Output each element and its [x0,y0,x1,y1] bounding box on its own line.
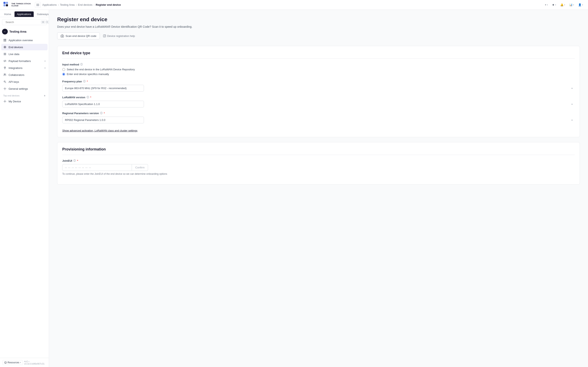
joineui-input[interactable] [62,164,132,171]
add-button[interactable]: + ▾ [543,2,550,7]
tab-applications[interactable]: Applications [15,11,34,17]
network-button[interactable]: 📊 ▾ [568,2,576,7]
confirm-button[interactable]: Confirm [132,164,148,171]
qr-actions-row: Scan end device QR code Device registrat… [57,33,580,39]
svg-point-12 [4,47,5,48]
camera-icon [61,34,64,38]
svg-rect-15 [4,55,6,55]
svg-rect-8 [4,39,5,40]
regional-params-group: Regional Parameters version ⓘ * RP002 Re… [62,111,575,123]
sidebar-item-integrations[interactable]: Integrations ▾ [1,65,48,71]
frequency-plan-select[interactable]: Europe 863-870 MHz (SF9 for RX2 - recomm… [62,85,144,92]
back-button[interactable]: ← [2,29,8,34]
regional-params-help-icon[interactable]: ⓘ [100,111,103,115]
lorawan-version-select-wrapper: LoRaWAN Specification 1.1.0 ▾ [62,101,575,108]
resources-button[interactable]: Resources ▾ [2,360,23,365]
sidebar-item-general-settings[interactable]: General settings [1,85,48,92]
sidebar-section-title: Testing Area [9,30,26,33]
sidebar: Home Applications Gateways ⌘ K ← Testing… [0,10,49,367]
gear-icon [3,45,7,49]
regional-params-required: * [104,112,105,115]
add-end-device-button[interactable]: + [44,94,45,97]
notification-bell-icon: 🔔 [560,3,563,6]
svg-point-16 [4,74,5,75]
advanced-settings-link[interactable]: Show advanced activation, LoRaWAN class … [62,129,138,132]
sidebar-item-api-keys[interactable]: API keys [1,78,48,85]
provisioning-section: Provisioning information JoinEUI ⓘ * Con… [57,142,580,184]
lorawan-version-group: LoRaWAN version ⓘ * LoRaWAN Specificatio… [62,96,575,108]
sidebar-item-payload-formatters[interactable]: Payload formatters ▾ [1,58,48,64]
frequency-plan-group: Frequency plan ⓘ * Europe 863-870 MHz (S… [62,80,575,92]
logo-area: THE THINGS STACK CLOUD [3,2,31,8]
users-icon [3,73,7,76]
input-method-group: Input method ⓘ Select the end device in … [62,63,575,76]
sidebar-item-live-data[interactable]: Live data [1,51,48,57]
menu-toggle-button[interactable] [35,2,41,8]
end-device-type-title: End device type [62,51,575,59]
radio-option-repo[interactable]: Select the end device in the LoRaWAN Dev… [62,68,575,71]
svg-rect-13 [4,53,6,53]
breadcrumb-sep-2: › [76,3,77,6]
sidebar-item-my-device[interactable]: My Device [1,98,48,105]
top-navigation: THE THINGS STACK CLOUD Applications › Te… [0,0,588,10]
lorawan-version-select[interactable]: LoRaWAN Specification 1.1.0 [62,101,144,108]
network-icon: 📊 [569,3,572,6]
settings-icon [3,87,7,90]
frequency-plan-help-icon[interactable]: ⓘ [83,80,86,83]
svg-rect-3 [6,4,8,6]
svg-rect-0 [3,2,6,4]
svg-point-23 [62,36,63,37]
svg-rect-9 [5,39,6,40]
lorawan-version-required: * [90,96,91,99]
radio-option-manual[interactable]: Enter end device specifics manually [62,73,575,76]
scan-qr-button[interactable]: Scan end device QR code [57,33,100,39]
radio-repo-input[interactable] [62,68,65,71]
frequency-plan-select-wrapper: Europe 863-870 MHz (SF9 for RX2 - recomm… [62,85,575,92]
top-end-devices-label: Top end devices + [1,92,48,98]
nav-actions: + ▾ ★ ▾ 🔔 ▾ 📊 ▾ 👤 ▾ [543,2,585,7]
user-profile-button[interactable]: 👤 ▾ [577,2,585,7]
sidebar-tabs: Home Applications Gateways [0,10,49,17]
resources-icon [4,361,7,364]
tab-home[interactable]: Home [2,11,14,17]
help-link[interactable]: Device registration help [103,34,135,38]
svg-rect-2 [3,4,6,6]
input-method-label: Input method ⓘ [62,63,575,66]
sidebar-back-section: ← Testing Area [0,27,49,36]
sidebar-nav: Application overview End devices Live da… [0,36,49,358]
main-content: Register end device Does your end device… [49,10,588,367]
joineui-help-icon[interactable]: ⓘ [73,159,76,162]
notifications-button[interactable]: 🔔 ▾ [559,2,567,7]
version-text: eu1 • v3.32.0.b96e907c31 [24,360,46,365]
svg-point-20 [4,101,5,102]
sidebar-item-end-devices[interactable]: End devices [1,44,48,50]
breadcrumb-applications[interactable]: Applications [42,3,57,6]
joineui-group: JoinEUI ⓘ * Confirm To continue, please … [62,159,575,175]
profile-chevron-icon: ▾ [582,4,583,6]
breadcrumb: Applications › Testing Area › End device… [42,3,541,6]
notifications-wrapper: 🔔 ▾ [559,2,567,7]
radio-manual-input[interactable] [62,73,65,76]
page-subtitle: Does your end device have a LoRaWAN® Dev… [57,25,580,28]
provisioning-title: Provisioning information [62,147,575,155]
input-method-help-icon[interactable]: ⓘ [80,63,83,66]
breadcrumb-current: Register end device [96,3,121,6]
code-icon [3,59,7,63]
sidebar-item-collaborators[interactable]: Collaborators [1,72,48,78]
breadcrumb-end-devices[interactable]: End devices [78,3,93,6]
breadcrumb-testing-area[interactable]: Testing Area [60,3,75,6]
app-body: Home Applications Gateways ⌘ K ← Testing… [0,10,588,367]
search-shortcut: ⌘ K [41,21,49,24]
sidebar-item-application-overview[interactable]: Application overview [1,37,48,43]
lorawan-version-help-icon[interactable]: ⓘ [86,96,89,99]
tab-gateways[interactable]: Gateways [35,11,49,17]
regional-params-select[interactable]: RP002 Regional Parameters 1.0.0 [62,117,144,123]
logo-icon [3,2,10,8]
bookmarks-button[interactable]: ★ ▾ [550,2,558,7]
network-chevron-icon: ▾ [573,4,574,6]
search-input[interactable] [6,21,40,24]
payload-chevron-icon: ▾ [44,60,45,62]
plug-icon [3,66,7,69]
search-box[interactable]: ⌘ K [2,19,47,25]
regional-params-label: Regional Parameters version ⓘ * [62,111,575,115]
